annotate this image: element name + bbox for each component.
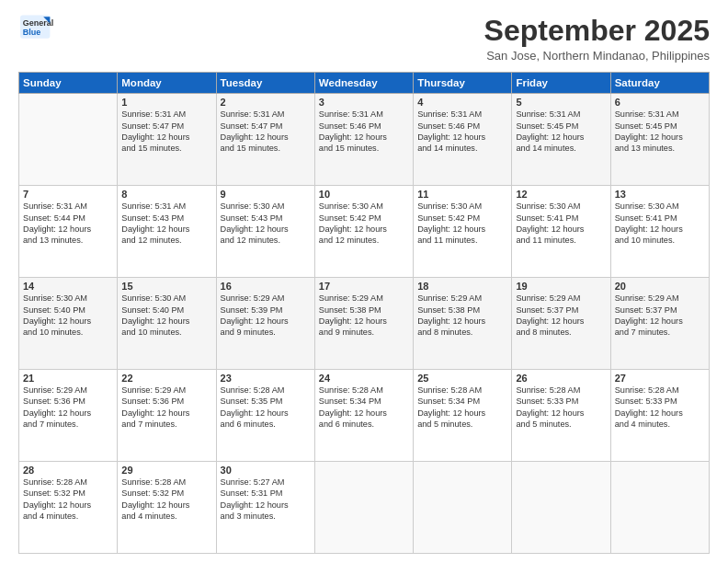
cell-text-line: Daylight: 12 hours xyxy=(121,316,211,327)
page: General Blue September 2025 San Jose, No… xyxy=(0,0,728,563)
cell-text-line: and 13 minutes. xyxy=(23,235,113,246)
cell-text-line: Sunset: 5:45 PM xyxy=(516,121,606,132)
cell-text-line: and 4 minutes. xyxy=(615,419,705,430)
cell-text-line: Daylight: 12 hours xyxy=(417,408,507,419)
day-number: 22 xyxy=(121,373,211,384)
cell-text-line: Sunrise: 5:30 AM xyxy=(23,293,113,304)
day-number: 13 xyxy=(615,189,705,200)
cell-text-line: Daylight: 12 hours xyxy=(319,316,409,327)
cell-text-line: Sunset: 5:37 PM xyxy=(615,304,705,316)
calendar-cell: 27Sunrise: 5:28 AMSunset: 5:33 PMDayligh… xyxy=(610,370,709,462)
calendar-cell xyxy=(610,462,709,554)
cell-text-line: Daylight: 12 hours xyxy=(319,132,409,143)
col-header-monday: Monday xyxy=(118,73,216,94)
day-number: 1 xyxy=(121,97,211,108)
day-number: 6 xyxy=(615,97,705,108)
cell-text-line: Daylight: 12 hours xyxy=(121,500,211,511)
cell-text-line: Sunrise: 5:30 AM xyxy=(615,201,705,212)
col-header-thursday: Thursday xyxy=(414,73,512,94)
cell-text-line: and 12 minutes. xyxy=(221,235,311,246)
cell-text-line: and 12 minutes. xyxy=(121,235,211,246)
cell-text-line: Daylight: 12 hours xyxy=(615,408,705,419)
day-number: 24 xyxy=(319,373,409,384)
cell-text-line: Sunrise: 5:29 AM xyxy=(417,293,507,304)
svg-text:Blue: Blue xyxy=(23,28,41,37)
cell-text-line: and 11 minutes. xyxy=(417,235,507,246)
cell-text-line: and 8 minutes. xyxy=(417,327,507,338)
cell-text-line: Sunrise: 5:30 AM xyxy=(516,201,606,212)
cell-text-line: Sunrise: 5:31 AM xyxy=(121,109,211,120)
day-number: 12 xyxy=(516,189,606,200)
day-number: 26 xyxy=(516,373,606,384)
cell-text-line: Daylight: 12 hours xyxy=(221,316,311,327)
cell-text-line: Sunrise: 5:29 AM xyxy=(319,293,409,304)
calendar-cell: 25Sunrise: 5:28 AMSunset: 5:34 PMDayligh… xyxy=(414,370,512,462)
cell-text-line: Daylight: 12 hours xyxy=(615,316,705,327)
cell-text-line: Sunrise: 5:29 AM xyxy=(516,293,606,304)
week-row-4: 21Sunrise: 5:29 AMSunset: 5:36 PMDayligh… xyxy=(19,370,710,462)
cell-text-line: Sunset: 5:44 PM xyxy=(23,213,113,224)
cell-text-line: Daylight: 12 hours xyxy=(615,224,705,235)
cell-text-line: and 9 minutes. xyxy=(221,327,311,338)
calendar-cell xyxy=(512,462,610,554)
day-number: 8 xyxy=(121,189,211,200)
calendar-cell: 19Sunrise: 5:29 AMSunset: 5:37 PMDayligh… xyxy=(512,278,610,370)
cell-text-line: and 8 minutes. xyxy=(516,327,606,338)
cell-text-line: Daylight: 12 hours xyxy=(319,408,409,419)
cell-text-line: Daylight: 12 hours xyxy=(417,316,507,327)
cell-text-line: Daylight: 12 hours xyxy=(221,224,311,235)
calendar-cell: 24Sunrise: 5:28 AMSunset: 5:34 PMDayligh… xyxy=(314,370,413,462)
cell-text-line: Sunset: 5:38 PM xyxy=(319,304,409,316)
cell-text-line: and 7 minutes. xyxy=(615,327,705,338)
cell-text-line: Daylight: 12 hours xyxy=(121,132,211,143)
cell-text-line: Daylight: 12 hours xyxy=(23,408,113,419)
cell-text-line: Sunset: 5:38 PM xyxy=(417,304,507,316)
day-number: 25 xyxy=(417,373,507,384)
week-row-3: 14Sunrise: 5:30 AMSunset: 5:40 PMDayligh… xyxy=(19,278,710,370)
calendar-cell: 18Sunrise: 5:29 AMSunset: 5:38 PMDayligh… xyxy=(414,278,512,370)
cell-text-line: Sunrise: 5:28 AM xyxy=(221,385,311,396)
cell-text-line: and 6 minutes. xyxy=(221,419,311,430)
cell-text-line: Daylight: 12 hours xyxy=(516,224,606,235)
cell-text-line: and 15 minutes. xyxy=(221,143,311,154)
cell-text-line: Daylight: 12 hours xyxy=(23,316,113,327)
header: General Blue September 2025 San Jose, No… xyxy=(18,15,710,63)
calendar-cell: 28Sunrise: 5:28 AMSunset: 5:32 PMDayligh… xyxy=(19,462,118,554)
calendar-cell: 3Sunrise: 5:31 AMSunset: 5:46 PMDaylight… xyxy=(314,94,413,186)
cell-text-line: Sunrise: 5:31 AM xyxy=(221,109,311,120)
calendar-cell: 7Sunrise: 5:31 AMSunset: 5:44 PMDaylight… xyxy=(19,186,118,278)
cell-text-line: Sunset: 5:42 PM xyxy=(319,213,409,224)
cell-text-line: Daylight: 12 hours xyxy=(516,132,606,143)
cell-text-line: Daylight: 12 hours xyxy=(221,132,311,143)
cell-text-line: and 7 minutes. xyxy=(121,419,211,430)
cell-text-line: Daylight: 12 hours xyxy=(615,132,705,143)
cell-text-line: Sunset: 5:33 PM xyxy=(516,396,606,407)
day-number: 5 xyxy=(516,97,606,108)
cell-text-line: and 11 minutes. xyxy=(516,235,606,246)
cell-text-line: Daylight: 12 hours xyxy=(221,500,311,511)
cell-text-line: and 7 minutes. xyxy=(23,419,113,430)
day-number: 21 xyxy=(23,373,113,384)
calendar-cell xyxy=(414,462,512,554)
cell-text-line: Sunset: 5:36 PM xyxy=(121,396,211,407)
cell-text-line: and 4 minutes. xyxy=(23,511,113,522)
cell-text-line: Sunrise: 5:31 AM xyxy=(516,109,606,120)
cell-text-line: Daylight: 12 hours xyxy=(319,224,409,235)
cell-text-line: Sunrise: 5:31 AM xyxy=(417,109,507,120)
week-row-1: 1Sunrise: 5:31 AMSunset: 5:47 PMDaylight… xyxy=(19,94,710,186)
cell-text-line: Sunrise: 5:29 AM xyxy=(221,293,311,304)
cell-text-line: Sunrise: 5:31 AM xyxy=(23,201,113,212)
cell-text-line: and 10 minutes. xyxy=(121,327,211,338)
calendar-cell: 13Sunrise: 5:30 AMSunset: 5:41 PMDayligh… xyxy=(610,186,709,278)
calendar-cell: 20Sunrise: 5:29 AMSunset: 5:37 PMDayligh… xyxy=(610,278,709,370)
cell-text-line: Daylight: 12 hours xyxy=(121,224,211,235)
cell-text-line: Sunset: 5:32 PM xyxy=(121,488,211,499)
cell-text-line: Sunrise: 5:29 AM xyxy=(615,293,705,304)
cell-text-line: Sunrise: 5:28 AM xyxy=(319,385,409,396)
calendar-cell: 15Sunrise: 5:30 AMSunset: 5:40 PMDayligh… xyxy=(118,278,216,370)
cell-text-line: Daylight: 12 hours xyxy=(221,408,311,419)
cell-text-line: and 3 minutes. xyxy=(221,511,311,522)
cell-text-line: Sunrise: 5:30 AM xyxy=(221,201,311,212)
day-number: 20 xyxy=(615,281,705,292)
calendar-cell: 16Sunrise: 5:29 AMSunset: 5:39 PMDayligh… xyxy=(216,278,314,370)
